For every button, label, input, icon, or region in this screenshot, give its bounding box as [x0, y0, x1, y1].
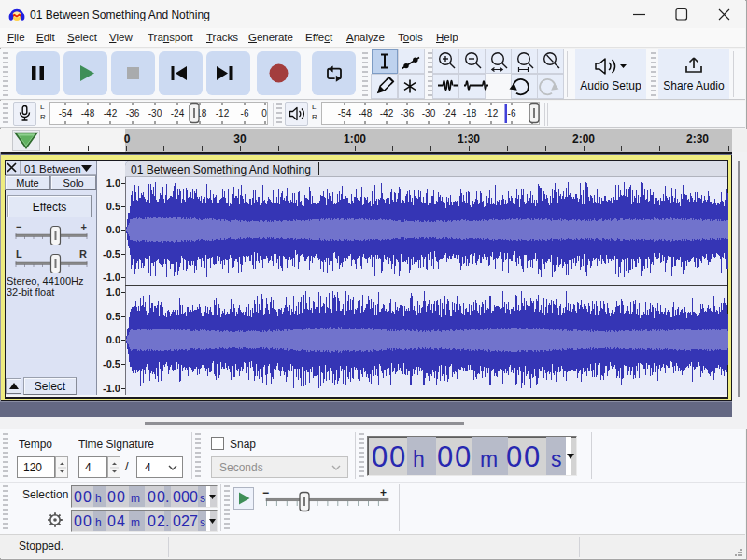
svg-text:-6: -6 [508, 108, 516, 119]
svg-text:30: 30 [233, 133, 247, 146]
svg-text:-30: -30 [148, 108, 162, 119]
svg-text:-48: -48 [81, 108, 95, 119]
svg-text:0: 0 [124, 133, 131, 146]
svg-text:-36: -36 [401, 108, 415, 119]
svg-text:-24: -24 [443, 108, 457, 119]
svg-text:-12: -12 [485, 108, 499, 119]
svg-text:-24: -24 [171, 108, 185, 119]
svg-text:-18: -18 [463, 108, 477, 119]
svg-text:1:30: 1:30 [458, 133, 480, 146]
svg-text:2:30: 2:30 [686, 133, 709, 146]
svg-text:-54: -54 [59, 108, 73, 119]
svg-text:-42: -42 [380, 108, 394, 119]
svg-text:-42: -42 [104, 108, 118, 119]
svg-text:-30: -30 [422, 108, 436, 119]
svg-text:2:00: 2:00 [572, 133, 595, 146]
svg-text:-48: -48 [359, 108, 373, 119]
svg-text:1:00: 1:00 [344, 133, 366, 146]
svg-text:0: 0 [261, 108, 267, 119]
svg-text:-36: -36 [126, 108, 140, 119]
svg-text:-6: -6 [241, 108, 249, 119]
svg-text:-12: -12 [216, 108, 230, 119]
svg-text:-54: -54 [338, 108, 352, 119]
